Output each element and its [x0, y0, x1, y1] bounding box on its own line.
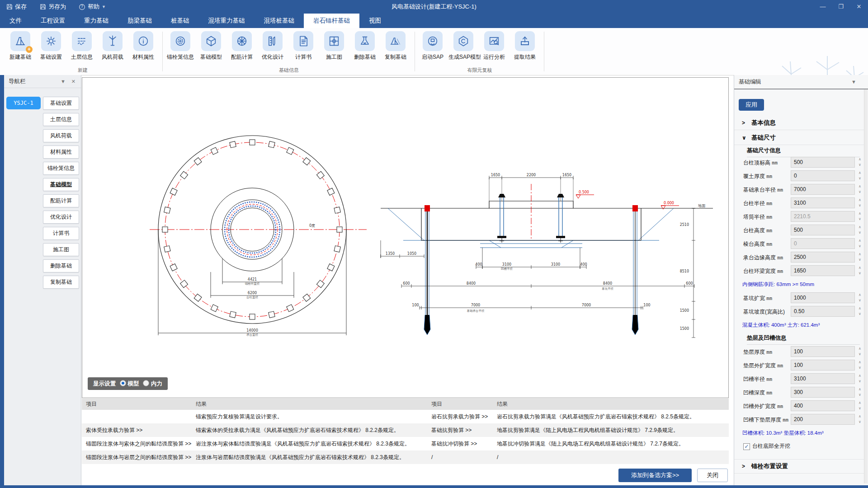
ribbon-button-生成SAP模型[interactable]: 生成SAP模型 [448, 31, 478, 61]
sidebar-item-优化设计[interactable]: 优化设计 [43, 211, 79, 224]
sidebar-item-基础设置[interactable]: 基础设置 [43, 97, 79, 110]
close-button[interactable]: ✕ [850, 0, 868, 14]
sidebar-item-复制基础[interactable]: 复制基础 [43, 276, 79, 289]
drawing-canvas[interactable]: 0度 4421 锚栓环直径 6200 台柱直径 14000 承台直径 [82, 77, 729, 398]
menu-tab-混塔重力基础[interactable]: 混塔重力基础 [199, 14, 255, 28]
field-input-台柱顶标高[interactable]: 500 [791, 157, 855, 168]
menu-tab-混塔桩基础[interactable]: 混塔桩基础 [255, 14, 304, 28]
field-spinner[interactable]: ∧∨ [857, 197, 863, 208]
field-input-覆土厚度[interactable]: 0 [791, 170, 855, 181]
menu-tab-文件[interactable]: 文件 [0, 14, 31, 28]
sidebar-item-计算书[interactable]: 计算书 [43, 227, 79, 240]
field-spinner[interactable]: ∧∨ [857, 414, 863, 425]
field-input-基础承台半径[interactable]: 7000 [791, 184, 855, 195]
sidebar-item-材料属性[interactable]: 材料属性 [43, 145, 79, 159]
result-item-cell[interactable]: / [427, 450, 493, 464]
sidebar-item-配筋计算[interactable]: 配筋计算 [43, 194, 79, 207]
field-input-垫层外扩宽度[interactable]: 100 [791, 360, 855, 371]
field-spinner[interactable]: ∧∨ [857, 292, 863, 303]
result-item-cell[interactable]: 索体受拉承载力验算 >> [82, 423, 192, 437]
field-input-台柱高度[interactable]: 500 [791, 225, 855, 235]
ribbon-button-施工图[interactable]: 施工图 [319, 31, 349, 61]
ribbon-button-删除基础[interactable]: 删除基础 [350, 31, 380, 61]
field-input-基坑坡度(宽高比)[interactable]: 0.50 [791, 306, 855, 317]
field-input-棱台高度[interactable]: 0 [791, 238, 855, 249]
result-item-cell[interactable]: 锚固段注浆体与岩层之间的黏结强度验算 >> [82, 450, 192, 464]
close-dialog-button[interactable]: 关闭 [697, 469, 728, 482]
apply-button[interactable]: 应用 [739, 99, 764, 111]
field-spinner[interactable]: ∧∨ [857, 387, 863, 398]
close-panel-icon[interactable]: ✕ [71, 75, 75, 88]
ribbon-button-运行分析[interactable]: 运行分析 [479, 31, 509, 61]
radio-model[interactable]: 模型 [120, 380, 139, 388]
result-item-cell[interactable]: 锚索预应力复核验算 >> [82, 410, 192, 423]
field-spinner[interactable]: ∧∨ [857, 252, 863, 263]
ribbon-button-风机荷载[interactable]: 风机荷载 [98, 31, 127, 61]
sidebar-item-锚栓笼信息[interactable]: 锚栓笼信息 [43, 162, 79, 175]
menu-tab-工程设置[interactable]: 工程设置 [31, 14, 75, 28]
field-spinner[interactable]: ∧∨ [857, 225, 863, 235]
menu-tab-岩石锚杆基础[interactable]: 岩石锚杆基础 [304, 14, 359, 28]
field-spinner[interactable]: ∧∨ [857, 184, 863, 195]
field-spinner[interactable]: ∧∨ [857, 360, 863, 371]
field-input-凹槽下垫层厚度[interactable]: 200 [791, 414, 855, 425]
field-spinner[interactable]: ∧∨ [857, 400, 863, 411]
field-input-基坑扩宽[interactable]: 1000 [791, 292, 855, 303]
field-spinner[interactable]: ∧∨ [857, 211, 863, 222]
section-basic-info[interactable]: > 基本信息 [734, 116, 865, 130]
radio-internal-force[interactable]: 内力 [143, 380, 162, 388]
sidebar-item-土层信息[interactable]: 土层信息 [43, 113, 79, 126]
svg-text:1350: 1350 [386, 252, 395, 256]
menu-tab-重力基础[interactable]: 重力基础 [75, 14, 118, 28]
ribbon-button-土层信息[interactable]: 土层信息 [67, 31, 97, 61]
ribbon-button-基础模型[interactable]: 基础模型 [196, 31, 226, 61]
add-to-alternatives-button[interactable]: 添加到备选方案>> [618, 469, 692, 482]
section-anchor-layout[interactable]: > 锚栓布置设置 [734, 459, 865, 474]
ribbon-button-复制基础[interactable]: 复制基础 [381, 31, 410, 61]
section-foundation-dims[interactable]: ∨ 基础尺寸 [734, 131, 865, 145]
field-spinner[interactable]: ∧∨ [857, 170, 863, 181]
result-item-cell[interactable]: 岩石抗剪承载力验算 >> [427, 410, 493, 423]
field-input-凹槽深度[interactable]: 300 [791, 387, 855, 398]
ribbon-button-锚栓笼信息[interactable]: 锚栓笼信息 [165, 31, 195, 61]
field-input-塔筒半径[interactable]: 2210.5 [791, 211, 855, 222]
ribbon-button-材料属性[interactable]: 材料属性 [128, 31, 158, 61]
menu-tab-视图[interactable]: 视图 [359, 14, 391, 28]
field-input-凹槽外扩宽度[interactable]: 400 [791, 400, 855, 411]
result-item-cell[interactable]: 基础抗冲切验算 >> [427, 437, 493, 450]
result-text-cell: 岩石抗剪承载力验算满足《风机基础预应力扩底岩石锚索技术规程》 8.2.5条规定。 [493, 410, 729, 423]
field-spinner[interactable]: ∧∨ [857, 373, 863, 384]
ribbon-button-启动SAP[interactable]: 启动SAP [418, 31, 448, 61]
ribbon-button-基础设置[interactable]: 基础设置 [36, 31, 66, 61]
sidebar-item-基础模型[interactable]: 基础模型 [43, 178, 79, 191]
project-tab[interactable]: YSJC-1 [6, 97, 41, 109]
minimize-button[interactable]: — [814, 0, 832, 14]
sidebar-item-施工图[interactable]: 施工图 [43, 243, 79, 256]
field-input-台柱半径[interactable]: 3100 [791, 197, 855, 208]
field-input-台柱环梁宽度[interactable]: 1650 [791, 265, 855, 276]
full-excavation-checkbox[interactable]: ✓ [743, 443, 750, 450]
ribbon-button-计算书[interactable]: 计算书 [288, 31, 318, 61]
ribbon-button-配筋计算[interactable]: 配筋计算 [227, 31, 257, 61]
field-spinner[interactable]: ∧∨ [857, 265, 863, 276]
field-input-承台边缘高度[interactable]: 2500 [791, 252, 855, 263]
ribbon-button-优化设计[interactable]: 优化设计 [258, 31, 288, 61]
collapse-icon[interactable]: ▼ [61, 75, 66, 88]
restore-button[interactable]: ❐ [832, 0, 850, 14]
panel-scrollbar[interactable] [864, 89, 868, 483]
field-spinner[interactable]: ∧∨ [857, 306, 863, 317]
panel-collapse-icon[interactable]: ▼ [851, 75, 856, 89]
sidebar-item-风机荷载[interactable]: 风机荷载 [43, 129, 79, 142]
menu-tab-肋梁基础[interactable]: 肋梁基础 [118, 14, 161, 28]
field-spinner[interactable]: ∧∨ [857, 157, 863, 168]
field-spinner[interactable]: ∧∨ [857, 346, 863, 357]
result-item-cell[interactable]: 锚固段注浆体与索体之间的黏结强度验算 >> [82, 437, 192, 450]
ribbon-button-新建基础[interactable]: +新建基础 [5, 31, 35, 61]
field-input-凹槽半径[interactable]: 3100 [791, 373, 855, 384]
field-spinner[interactable]: ∧∨ [857, 238, 863, 249]
menu-tab-桩基础[interactable]: 桩基础 [161, 14, 199, 28]
field-input-垫层厚度[interactable]: 100 [791, 346, 855, 357]
result-item-cell[interactable]: 基础抗剪验算 >> [427, 423, 493, 437]
ribbon-button-提取结果[interactable]: 提取结果 [510, 31, 540, 61]
sidebar-item-删除基础[interactable]: 删除基础 [43, 259, 79, 272]
